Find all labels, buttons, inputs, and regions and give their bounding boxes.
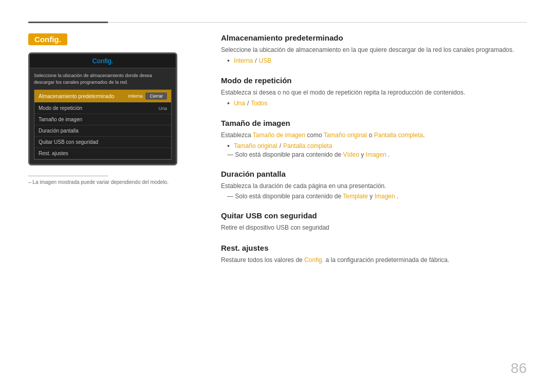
section-desc-almacenamiento: Seleccione la ubicación de almacenamient… xyxy=(221,45,527,54)
em-dash: — xyxy=(227,151,235,158)
tv-close-button[interactable]: Cerrar xyxy=(145,92,167,100)
section-desc-tamano: Establezca Tamaño de imagen como Tamaño … xyxy=(221,130,527,140)
section-desc-duracion: Establezca la duración de cada página en… xyxy=(221,181,527,191)
tv-body: Seleccione la ubicación de almacenamient… xyxy=(30,68,176,164)
tv-menu-item-duracion[interactable]: Duración pantalla xyxy=(34,125,171,137)
note-tamano: — Solo está disponible para contenido de… xyxy=(227,151,527,158)
top-line-thin xyxy=(108,22,527,23)
section-quitar-usb: Quitar USB con seguridad Retire el dispo… xyxy=(221,211,527,232)
sep: / xyxy=(247,100,249,107)
tv-menu-item-repeticion[interactable]: Modo de repetición Una xyxy=(34,103,171,114)
desc-text1: Restaure todos los valores de xyxy=(221,256,304,264)
desc-text2: a la configuración predeterminada de fáb… xyxy=(325,256,449,264)
left-panel: Config. Config. Seleccione la ubicación … xyxy=(28,33,203,185)
section-title-almacenamiento: Almacenamiento predeterminado xyxy=(221,33,527,42)
right-panel: Almacenamiento predeterminado Seleccione… xyxy=(221,33,527,276)
highlight-interna: Interna xyxy=(234,57,253,64)
section-title-quitar-usb: Quitar USB con seguridad xyxy=(221,211,527,220)
page-number: 86 xyxy=(511,360,527,377)
sep: / xyxy=(255,57,256,64)
tv-menu-item-label: Quitar USB con seguridad xyxy=(39,139,98,145)
highlight-template: Template xyxy=(343,193,368,200)
section-desc-repeticion: Establezca si desea o no que el modo de … xyxy=(221,88,527,97)
bullet-dot: • xyxy=(227,99,230,107)
tv-menu-item-quitar-usb[interactable]: Quitar USB con seguridad xyxy=(34,137,171,148)
highlight-imagen: Imagen xyxy=(366,151,386,158)
highlight-tamano-original: Tamaño original xyxy=(324,132,367,139)
tv-menu-item-label: Duración pantalla xyxy=(39,128,79,134)
config-badge: Config. xyxy=(28,33,67,45)
highlight-todos: Todos xyxy=(251,100,267,107)
bullet-repeticion: • Una / Todos xyxy=(227,99,527,107)
note-text: Solo está disponible para contenido de xyxy=(235,193,343,200)
em-dash: — xyxy=(227,193,235,200)
section-title-duracion: Duración pantalla xyxy=(221,170,527,178)
highlight-video: Vídeo xyxy=(343,151,359,158)
tv-menu-item-value: Interna xyxy=(128,94,142,99)
tv-titlebar: Config. xyxy=(30,54,176,68)
highlight-tamano-imagen: Tamaño de imagen xyxy=(253,132,305,139)
section-title-repeticion: Modo de repetición xyxy=(221,76,527,85)
tv-menu-item-label: Tamaño de imagen xyxy=(39,117,82,122)
tv-menu-item-almacenamiento[interactable]: Almacenamiento predeterminado Interna Ce… xyxy=(34,90,171,103)
desc-text2: como xyxy=(305,132,324,139)
top-line-thick xyxy=(28,22,108,23)
tv-menu-item-rest-ajustes[interactable]: Rest. ajustes xyxy=(34,148,171,159)
highlight-config: Config. xyxy=(304,256,324,264)
note-duracion: — Solo está disponible para contenido de… xyxy=(227,193,527,200)
tv-menu-item-tamano[interactable]: Tamaño de imagen xyxy=(34,114,171,125)
section-title-tamano: Tamaño de imagen xyxy=(221,119,527,127)
section-desc-rest-ajustes: Restaure todos los valores de Config. a … xyxy=(221,255,527,265)
section-desc-quitar-usb: Retire el dispositivo USB con seguridad xyxy=(221,223,527,232)
highlight-imagen2: Imagen xyxy=(375,193,395,200)
tv-mockup: Config. Seleccione la ubicación de almac… xyxy=(28,52,177,165)
highlight-pantalla-completa: Pantalla completa xyxy=(374,132,423,139)
tv-menu-item-label: Rest. ajustes xyxy=(39,151,68,156)
highlight-usb: USB xyxy=(259,57,272,64)
section-title-rest-ajustes: Rest. ajustes xyxy=(221,244,527,252)
highlight-pantalla-c: Pantalla completa xyxy=(283,142,332,150)
bullet-tamano: • Tamaño original / Pantalla completa xyxy=(227,142,527,150)
bullet-dot: • xyxy=(227,142,230,150)
tv-description: Seleccione la ubicación de almacenamient… xyxy=(34,72,172,85)
desc-text4: . xyxy=(423,132,424,139)
left-note: – La imagen mostrada puede variar depend… xyxy=(28,179,203,185)
tv-menu: Almacenamiento predeterminado Interna Ce… xyxy=(34,89,172,160)
note-end: . xyxy=(388,151,390,158)
tv-menu-item-value: Una xyxy=(158,106,167,111)
section-repeticion: Modo de repetición Establezca si desea o… xyxy=(221,76,527,107)
sep: / xyxy=(280,142,281,150)
note-end: . xyxy=(397,193,398,200)
highlight-tamano-orig: Tamaño original xyxy=(234,142,278,150)
desc-text3: o xyxy=(367,132,374,139)
top-decorative-lines xyxy=(28,22,527,23)
bullet-almacenamiento: • Interna / USB xyxy=(227,57,527,65)
note-sep: y xyxy=(361,151,365,158)
note-sep: y xyxy=(369,193,374,200)
note-text: Solo está disponible para contenido de xyxy=(235,151,343,158)
tv-menu-item-label: Almacenamiento predeterminado xyxy=(39,94,114,99)
bullet-dot: • xyxy=(227,57,230,65)
tv-menu-item-label: Modo de repetición xyxy=(39,105,82,111)
section-tamano: Tamaño de imagen Establezca Tamaño de im… xyxy=(221,119,527,158)
section-almacenamiento: Almacenamiento predeterminado Seleccione… xyxy=(221,33,527,65)
left-note-line xyxy=(28,176,108,176)
section-rest-ajustes: Rest. ajustes Restaure todos los valores… xyxy=(221,244,527,265)
section-duracion: Duración pantalla Establezca la duración… xyxy=(221,170,527,200)
desc-text1: Establezca xyxy=(221,132,253,139)
highlight-una: Una xyxy=(234,100,245,107)
